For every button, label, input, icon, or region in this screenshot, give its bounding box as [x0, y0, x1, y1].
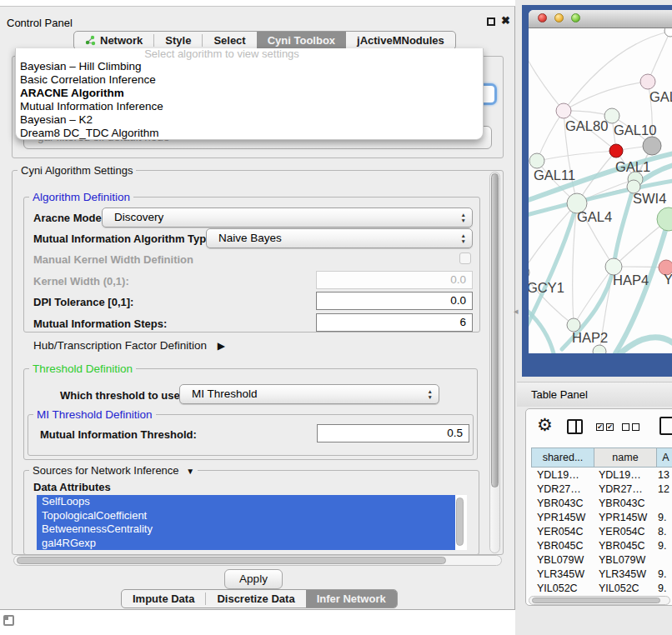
which-threshold-combo[interactable]: MI Threshold ▲▼: [179, 384, 439, 404]
sources-group-title[interactable]: Sources for Network Inference ▼: [29, 464, 198, 477]
dropdown-placeholder: Select algorithm to view settings: [16, 48, 428, 60]
mi-threshold-field[interactable]: 0.5: [317, 424, 469, 442]
table-row[interactable]: YBR045CYBR045C9.: [531, 539, 672, 553]
deselect-all-checkboxes-icon[interactable]: [622, 423, 639, 431]
mi-type-combo[interactable]: Naive Bayes ▲▼: [206, 228, 473, 248]
network-node-label: GAL10: [614, 122, 656, 138]
data-attribute-item[interactable]: gal4RGexp: [37, 537, 455, 551]
table-header-row: shared... name A: [531, 448, 672, 468]
network-edge-highlighted: [529, 308, 554, 353]
aracne-mode-combo[interactable]: Discovery ▲▼: [102, 208, 473, 228]
panel-dock-icon[interactable]: [3, 615, 14, 626]
tab-cyni-toolbox[interactable]: Cyni Toolbox: [257, 32, 346, 49]
network-icon: [85, 35, 96, 46]
tab-select[interactable]: Select: [203, 32, 256, 49]
network-window-titlebar[interactable]: [529, 10, 672, 28]
algorithm-option[interactable]: Dream8 DC_TDC Algorithm: [16, 127, 483, 140]
network-canvas[interactable]: GALGAL80GAL10GAL1GAL11SWI4GAL4HAP4YGCY1H…: [529, 28, 672, 353]
tab-discretize-data[interactable]: Discretize Data: [206, 590, 305, 608]
network-node[interactable]: [604, 108, 619, 123]
table-cell: YDL19…: [594, 468, 656, 482]
network-node-label: GAL4: [577, 209, 612, 224]
apply-button[interactable]: Apply: [224, 569, 283, 589]
data-attributes-label: Data Attributes: [33, 481, 111, 493]
network-edge: [537, 151, 616, 161]
table-cell: YER054C: [531, 525, 594, 539]
data-attribute-item[interactable]: BetweennessCentrality: [37, 522, 455, 537]
data-attribute-item[interactable]: TopologicalCoefficient: [37, 509, 455, 523]
table-row[interactable]: YDR27…YDR27…12: [531, 482, 672, 497]
control-panel-window: Control Panel ✖ Network Style Select Cyn…: [0, 6, 515, 610]
table-cell: YDR27…: [531, 482, 594, 497]
column-header-name[interactable]: name: [594, 448, 657, 467]
table-cell: 9.: [656, 582, 672, 594]
mi-steps-field[interactable]: 6: [316, 313, 473, 332]
algorithm-option[interactable]: ARACNE Algorithm: [16, 87, 483, 100]
tab-infer-network[interactable]: Infer Network: [306, 590, 397, 608]
tab-style[interactable]: Style: [154, 32, 202, 49]
table-cell: 9.: [656, 539, 672, 553]
dpi-tolerance-field[interactable]: 0.0: [316, 292, 473, 310]
column-header-shared-name[interactable]: shared...: [532, 448, 594, 467]
network-node[interactable]: [529, 153, 544, 168]
network-node[interactable]: [529, 265, 529, 280]
network-node[interactable]: [643, 137, 661, 155]
kernel-width-field[interactable]: 0.0: [316, 271, 473, 289]
table-cell: YBL079W: [594, 553, 656, 568]
algorithm-option[interactable]: Bayesian – Hill Climbing: [16, 60, 483, 73]
table-row[interactable]: YDL19…YDL19…13: [531, 468, 672, 482]
table-row[interactable]: YBL079WYBL079W: [531, 553, 672, 568]
zoom-traffic-light-icon[interactable]: [571, 13, 580, 22]
network-node[interactable]: [593, 345, 606, 353]
table-row[interactable]: YER054CYER054C8.: [531, 525, 672, 539]
network-node-label: HAP2: [572, 330, 608, 345]
columns-icon[interactable]: [567, 419, 583, 434]
table-row[interactable]: YIL052CYIL052C9.: [531, 582, 672, 594]
table-cell: YBR045C: [594, 539, 656, 553]
settings-horizontal-scrollbar-thumb[interactable]: [17, 557, 446, 564]
network-node[interactable]: [609, 144, 623, 158]
stepper-icon: ▲▼: [428, 388, 433, 400]
network-edge: [574, 267, 614, 325]
close-icon[interactable]: ✖: [501, 14, 510, 27]
cyni-bottom-tabs: Impute Data Discretize Data Infer Networ…: [121, 589, 398, 608]
network-node[interactable]: [640, 74, 655, 89]
table-row[interactable]: YPR145WYPR145W9.: [531, 511, 672, 525]
table-cell: YPR145W: [594, 511, 656, 525]
column-header-partial[interactable]: A: [657, 448, 672, 467]
table-row[interactable]: YLR345WYLR345W9.: [531, 568, 672, 582]
table-horizontal-scrollbar-thumb[interactable]: [532, 598, 660, 603]
network-edge-highlighted: [529, 203, 577, 332]
panel-title: Control Panel: [7, 17, 73, 29]
tab-network[interactable]: Network: [74, 32, 153, 49]
table-cell: 12: [656, 482, 672, 497]
data-attribute-item[interactable]: SelfLoops: [37, 495, 455, 509]
hub-definition-toggle[interactable]: Hub/Transcription Factor Definition ▶: [33, 339, 225, 352]
network-edge: [529, 53, 564, 111]
tab-jactivemnodules[interactable]: jActiveMNodules: [346, 32, 455, 49]
list-scrollbar-thumb[interactable]: [456, 498, 464, 546]
panel-collapse-handle[interactable]: ◂: [514, 306, 519, 317]
table-cell: 8.: [656, 525, 672, 539]
table-cell: [656, 553, 672, 568]
close-traffic-light-icon[interactable]: [538, 13, 547, 22]
network-node[interactable]: [664, 28, 672, 37]
algorithm-option[interactable]: Bayesian – K2: [16, 113, 483, 127]
float-window-icon[interactable]: [487, 18, 495, 26]
tab-impute-data[interactable]: Impute Data: [122, 590, 205, 608]
table-cell: YBR045C: [531, 539, 594, 553]
new-table-icon[interactable]: [659, 417, 672, 435]
network-node[interactable]: [556, 103, 571, 118]
algorithm-option[interactable]: Basic Correlation Inference: [16, 73, 483, 87]
table-body: YDL19…YDL19…13YDR27…YDR27…12YBR043CYBR04…: [531, 468, 672, 594]
minimize-traffic-light-icon[interactable]: [554, 13, 564, 22]
select-all-checkboxes-icon[interactable]: ✔✔: [596, 423, 614, 431]
algorithm-option[interactable]: Mutual Information Inference: [16, 100, 483, 113]
chevron-down-icon: ▼: [186, 467, 194, 476]
table-row[interactable]: YBR043CYBR043C: [531, 497, 672, 511]
settings-vertical-scrollbar-thumb[interactable]: [491, 173, 499, 488]
network-node-label: GAL11: [534, 168, 575, 182]
manual-kernel-checkbox[interactable]: [459, 252, 471, 264]
gear-icon[interactable]: ⚙: [537, 415, 553, 435]
dpi-tolerance-label: DPI Tolerance [0,1]:: [33, 296, 133, 308]
